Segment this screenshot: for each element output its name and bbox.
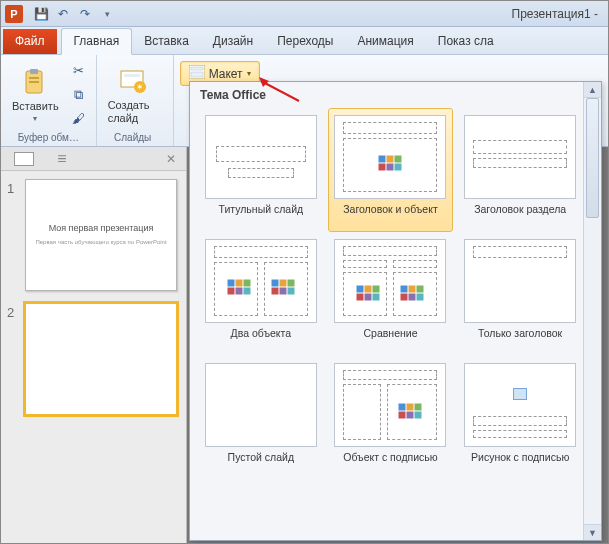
layout-item-two-content[interactable]: Два объекта	[198, 232, 324, 356]
tab-insert[interactable]: Вставка	[132, 29, 201, 54]
layout-item-blank[interactable]: Пустой слайд	[198, 356, 324, 480]
thumbnails-tab[interactable]	[11, 151, 37, 167]
group-clipboard: Вставить ▾ ✂ ⧉ 🖌 Буфер обм…	[1, 55, 97, 146]
gallery-header: Тема Office	[190, 82, 601, 106]
clipboard-icon	[19, 66, 51, 98]
thumb-subtitle: Первая часть обучающего курса по PowerPo…	[35, 239, 166, 246]
layout-item-title-only[interactable]: Только заголовок	[457, 232, 583, 356]
layout-item-title-and-content[interactable]: Заголовок и объект	[328, 108, 454, 232]
svg-rect-2	[29, 77, 39, 79]
layout-gallery-popup: Тема Office Титульный слайд Заголовок и …	[189, 81, 602, 541]
layout-label: Макет	[209, 67, 243, 81]
document-title: Презентация1 -	[512, 7, 605, 21]
tab-transitions[interactable]: Переходы	[265, 29, 345, 54]
tab-slideshow[interactable]: Показ сла	[426, 29, 506, 54]
group-slides-label: Слайды	[114, 130, 151, 144]
tab-animations[interactable]: Анимация	[345, 29, 425, 54]
save-icon[interactable]: 💾	[31, 4, 51, 24]
outline-tab[interactable]: ≡	[49, 151, 75, 167]
group-clipboard-label: Буфер обм…	[18, 130, 79, 144]
scroll-up-icon[interactable]: ▲	[584, 82, 601, 98]
ribbon-tabs: Файл Главная Вставка Дизайн Переходы Ани…	[1, 27, 608, 55]
redo-icon[interactable]: ↷	[75, 4, 95, 24]
tab-design[interactable]: Дизайн	[201, 29, 265, 54]
new-slide-label: Создать слайд	[108, 99, 158, 123]
group-slides: ✶ Создать слайд Слайды	[97, 55, 174, 146]
layout-item-title-slide[interactable]: Титульный слайд	[198, 108, 324, 232]
powerpoint-logo-icon: P	[5, 5, 23, 23]
tab-file[interactable]: Файл	[3, 29, 57, 54]
slide-thumbnail-2[interactable]	[25, 303, 177, 415]
layout-icon	[189, 65, 205, 82]
thumb-title: Моя первая презентация	[49, 223, 154, 233]
copy-icon[interactable]: ⧉	[68, 84, 90, 106]
cut-icon[interactable]: ✂	[68, 60, 90, 82]
tab-home[interactable]: Главная	[61, 28, 133, 55]
paste-label: Вставить	[12, 100, 59, 112]
new-slide-button[interactable]: ✶ Создать слайд	[103, 62, 163, 126]
svg-rect-3	[29, 81, 39, 83]
svg-text:✶: ✶	[136, 82, 144, 92]
chevron-down-icon: ▾	[247, 69, 251, 78]
layout-gallery-grid: Титульный слайд Заголовок и объект Загол…	[190, 106, 601, 540]
new-slide-icon: ✶	[117, 65, 149, 97]
scroll-down-icon[interactable]: ▼	[584, 524, 601, 540]
thumbnail-row: 2	[7, 303, 180, 415]
paste-button[interactable]: Вставить ▾	[7, 63, 64, 126]
svg-rect-5	[124, 74, 140, 77]
svg-rect-10	[191, 72, 203, 77]
format-painter-icon[interactable]: 🖌	[68, 108, 90, 130]
svg-rect-9	[191, 67, 203, 70]
layout-item-section-header[interactable]: Заголовок раздела	[457, 108, 583, 232]
undo-icon[interactable]: ↶	[53, 4, 73, 24]
panel-tabs: ≡ ✕	[1, 147, 186, 171]
thumbnail-row: 1 Моя первая презентация Первая часть об…	[7, 179, 180, 291]
slide-thumbnail-panel: ≡ ✕ 1 Моя первая презентация Первая част…	[1, 147, 187, 543]
quick-access-toolbar: P 💾 ↶ ↷ ▾	[5, 4, 117, 24]
slide-number: 2	[7, 303, 19, 415]
scroll-thumb[interactable]	[586, 98, 599, 218]
svg-rect-1	[30, 69, 38, 74]
layout-item-content-with-caption[interactable]: Объект с подписью	[328, 356, 454, 480]
layout-item-comparison[interactable]: Сравнение	[328, 232, 454, 356]
slide-thumbnail-1[interactable]: Моя первая презентация Первая часть обуч…	[25, 179, 177, 291]
thumbnail-list: 1 Моя первая презентация Первая часть об…	[1, 171, 186, 543]
slide-number: 1	[7, 179, 19, 291]
title-bar: P 💾 ↶ ↷ ▾ Презентация1 -	[1, 1, 608, 27]
close-panel-icon[interactable]: ✕	[166, 152, 176, 166]
layout-item-picture-with-caption[interactable]: Рисунок с подписью	[457, 356, 583, 480]
qat-more-icon[interactable]: ▾	[97, 4, 117, 24]
gallery-scrollbar[interactable]: ▲ ▼	[583, 82, 601, 540]
